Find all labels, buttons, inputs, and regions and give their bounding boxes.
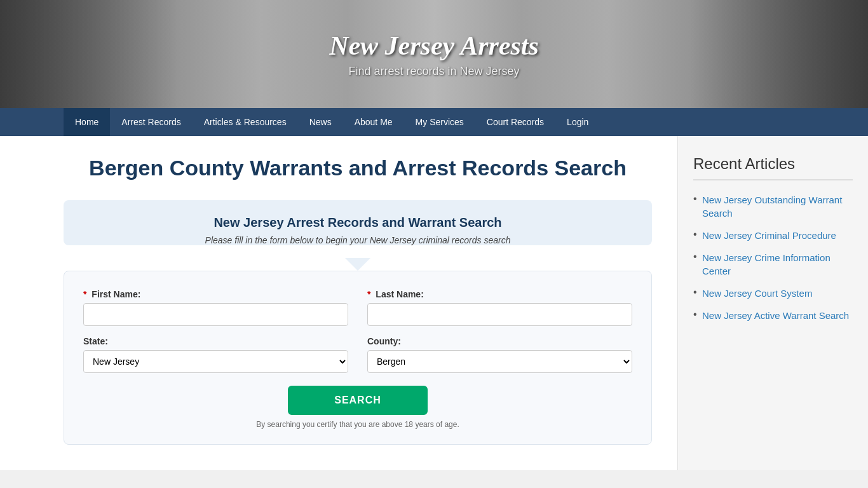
search-form-card: * First Name: * Last Name: State:	[64, 271, 652, 445]
nav-list: Home Arrest Records Articles & Resources…	[0, 108, 868, 136]
page-wrapper: Bergen County Warrants and Arrest Record…	[0, 136, 868, 470]
arrow-connector	[345, 258, 370, 271]
sidebar: Recent Articles New Jersey Outstanding W…	[677, 136, 868, 470]
form-disclaimer: By searching you certify that you are ab…	[83, 420, 632, 429]
nav-item-login[interactable]: Login	[555, 108, 600, 136]
search-card-subtitle: Please fill in the form below to begin y…	[83, 235, 633, 245]
sidebar-title: Recent Articles	[693, 155, 853, 180]
nav-link-arrest-records[interactable]: Arrest Records	[110, 108, 192, 136]
name-row: * First Name: * Last Name:	[83, 289, 632, 326]
nav-link-login[interactable]: Login	[555, 108, 600, 136]
page-title: Bergen County Warrants and Arrest Record…	[64, 155, 652, 181]
search-card-title: New Jersey Arrest Records and Warrant Se…	[83, 215, 633, 230]
state-county-row: State: New Jersey County: Bergen	[83, 336, 632, 373]
list-item: New Jersey Outstanding Warrant Search	[693, 193, 853, 220]
nav-link-articles[interactable]: Articles & Resources	[193, 108, 298, 136]
search-card: New Jersey Arrest Records and Warrant Se…	[64, 200, 652, 245]
nav-item-home[interactable]: Home	[64, 108, 110, 136]
site-title: New Jersey Arrests	[329, 30, 539, 61]
site-header: New Jersey Arrests Find arrest records i…	[0, 0, 868, 108]
list-item: New Jersey Crime Information Center	[693, 251, 853, 278]
search-button[interactable]: SEARCH	[288, 386, 428, 415]
last-name-label: * Last Name:	[367, 289, 632, 299]
county-group: County: Bergen	[367, 336, 632, 373]
list-item: New Jersey Court System	[693, 287, 853, 300]
nav-item-articles[interactable]: Articles & Resources	[193, 108, 298, 136]
nav-item-court[interactable]: Court Records	[475, 108, 555, 136]
main-content: Bergen County Warrants and Arrest Record…	[0, 136, 677, 470]
article-link-4[interactable]: New Jersey Active Warrant Search	[702, 310, 849, 321]
main-nav: Home Arrest Records Articles & Resources…	[0, 108, 868, 136]
last-name-group: * Last Name:	[367, 289, 632, 326]
nav-item-about[interactable]: About Me	[343, 108, 404, 136]
article-link-3[interactable]: New Jersey Court System	[702, 288, 812, 299]
nav-link-news[interactable]: News	[298, 108, 343, 136]
article-link-1[interactable]: New Jersey Criminal Procedure	[702, 230, 836, 241]
site-subtitle: Find arrest records in New Jersey	[329, 65, 539, 78]
last-name-required: *	[367, 289, 370, 299]
article-link-2[interactable]: New Jersey Crime Information Center	[702, 252, 831, 276]
nav-item-news[interactable]: News	[298, 108, 343, 136]
list-item: New Jersey Criminal Procedure	[693, 229, 853, 242]
first-name-input[interactable]	[83, 303, 348, 326]
recent-articles-list: New Jersey Outstanding Warrant Search Ne…	[693, 193, 853, 322]
county-label: County:	[367, 336, 632, 346]
county-select[interactable]: Bergen	[367, 350, 632, 373]
first-name-group: * First Name:	[83, 289, 348, 326]
nav-link-services[interactable]: My Services	[404, 108, 475, 136]
nav-link-court[interactable]: Court Records	[475, 108, 555, 136]
state-select[interactable]: New Jersey	[83, 350, 348, 373]
list-item: New Jersey Active Warrant Search	[693, 309, 853, 322]
first-name-required: *	[83, 289, 86, 299]
state-group: State: New Jersey	[83, 336, 348, 373]
article-link-0[interactable]: New Jersey Outstanding Warrant Search	[702, 194, 842, 219]
nav-link-home[interactable]: Home	[64, 108, 110, 136]
first-name-label: * First Name:	[83, 289, 348, 299]
nav-link-about[interactable]: About Me	[343, 108, 404, 136]
nav-item-arrest-records[interactable]: Arrest Records	[110, 108, 192, 136]
last-name-input[interactable]	[367, 303, 632, 326]
state-label: State:	[83, 336, 348, 346]
nav-item-services[interactable]: My Services	[404, 108, 475, 136]
